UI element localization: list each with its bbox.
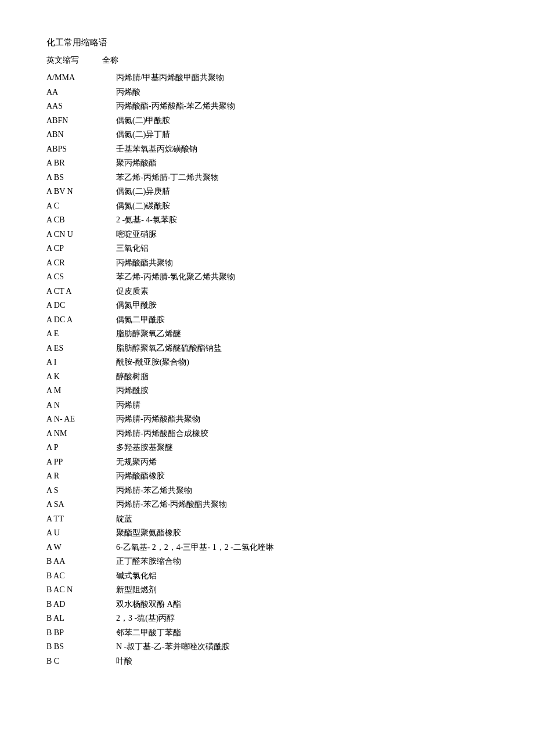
abbr-text: A CS	[46, 270, 116, 285]
abbr-text: A N- AE	[46, 412, 116, 427]
abbr-text: A TT	[46, 512, 116, 527]
abbr-text: A CP	[46, 242, 116, 256]
full-text: 靛蓝	[116, 512, 132, 527]
full-text: 偶氮(二)异丁腈	[116, 128, 170, 142]
full-text: 苯乙烯-丙烯腈-氯化聚乙烯共聚物	[116, 270, 235, 285]
list-item: AAS丙烯酸酯-丙烯酸酯-苯乙烯共聚物	[46, 99, 488, 114]
abbr-text: A SA	[46, 498, 116, 512]
list-item: A R丙烯酸酯橡胶	[46, 469, 488, 484]
full-text: 三氧化铝	[116, 242, 149, 256]
list-item: A I酰胺-酰亚胺(聚合物)	[46, 355, 488, 370]
list-item: A E脂肪醇聚氧乙烯醚	[46, 327, 488, 341]
list-item: ABN偶氮(二)异丁腈	[46, 128, 488, 142]
abbr-text: A M	[46, 384, 116, 398]
list-item: A CT A促皮质素	[46, 285, 488, 299]
list-item: ABFN偶氮(二)甲酰胺	[46, 114, 488, 128]
abbr-text: A P	[46, 441, 116, 455]
full-text: 丙烯酰胺	[116, 384, 149, 398]
list-item: B AL2，3 -巯(基)丙醇	[46, 611, 488, 626]
abbr-text: A N	[46, 398, 116, 413]
list-item: A U聚酯型聚氨酯橡胶	[46, 526, 488, 541]
abbr-text: B AL	[46, 611, 116, 626]
abbr-text: B AA	[46, 555, 116, 569]
full-text: 酰胺-酰亚胺(聚合物)	[116, 355, 189, 370]
full-text: 碱式氯化铝	[116, 569, 157, 584]
full-text: 丙烯酸	[116, 85, 140, 100]
list-item: B AC N新型阻燃剂	[46, 583, 488, 597]
list-item: A/MMA丙烯腈/甲基丙烯酸甲酯共聚物	[46, 71, 488, 85]
full-text: 嘧啶亚硝脲	[116, 228, 157, 242]
full-text: 丙烯腈-苯乙烯-丙烯酸酯共聚物	[116, 498, 227, 512]
full-text: 聚丙烯酸酯	[116, 156, 157, 171]
list-item: B BP邻苯二甲酸丁苯酯	[46, 626, 488, 640]
full-text: 壬基苯氧基丙烷磺酸钠	[116, 142, 197, 157]
full-text: 叶酸	[116, 654, 132, 669]
list-item: A N丙烯腈	[46, 398, 488, 413]
list-item: A P多羟基胺基聚醚	[46, 441, 488, 455]
page-title: 化工常用缩略语	[46, 35, 488, 51]
abbr-text: B AC N	[46, 583, 116, 597]
abbr-text: A BR	[46, 156, 116, 171]
list-item: A NM丙烯腈-丙烯酸酯合成橡胶	[46, 427, 488, 441]
full-text: 多羟基胺基聚醚	[116, 441, 173, 455]
list-item: A CS苯乙烯-丙烯腈-氯化聚乙烯共聚物	[46, 270, 488, 285]
list-item: B C叶酸	[46, 654, 488, 669]
list-item: A CN U嘧啶亚硝脲	[46, 228, 488, 242]
full-text: 2，3 -巯(基)丙醇	[116, 611, 175, 626]
abbr-text: ABN	[46, 128, 116, 142]
list-item: A ES脂肪醇聚氧乙烯醚硫酸酯钠盐	[46, 341, 488, 356]
full-text: 偶氮(二)异庚腈	[116, 185, 170, 199]
abbr-text: A/MMA	[46, 71, 116, 85]
list-item: AA丙烯酸	[46, 85, 488, 100]
full-text: 丙烯腈	[116, 398, 140, 413]
list-item: B AC碱式氯化铝	[46, 569, 488, 584]
abbr-text: B AD	[46, 597, 116, 612]
abbr-text: ABFN	[46, 114, 116, 128]
abbr-text: A DC	[46, 298, 116, 313]
list-item: A CR丙烯酸酯共聚物	[46, 256, 488, 271]
list-item: B AA正丁醛苯胺缩合物	[46, 555, 488, 569]
abbr-text: A R	[46, 469, 116, 484]
full-text: 6-乙氧基- 2，2，4-三甲基- 1，2 -二氢化喹啉	[116, 541, 274, 555]
abbr-text: A I	[46, 355, 116, 370]
list-item: A TT靛蓝	[46, 512, 488, 527]
full-text: 偶氮(二)碳酰胺	[116, 199, 170, 214]
list-item: A DC A偶氮二甲酰胺	[46, 313, 488, 327]
full-text: 2 -氨基- 4-氯苯胺	[116, 213, 177, 228]
full-text: 聚酯型聚氨酯橡胶	[116, 526, 181, 541]
list-item: B AD双水杨酸双酚 A酯	[46, 597, 488, 612]
full-text: 正丁醛苯胺缩合物	[116, 555, 181, 569]
list-item: A PP无规聚丙烯	[46, 455, 488, 470]
abbr-text: A E	[46, 327, 116, 341]
full-text: 丙烯腈-丙烯酸酯共聚物	[116, 412, 200, 427]
abbr-text: B BP	[46, 626, 116, 640]
list-item: A CP三氧化铝	[46, 242, 488, 256]
abbr-text: B AC	[46, 569, 116, 584]
full-text: 偶氮(二)甲酰胺	[116, 114, 170, 128]
header-col2: 全称	[102, 53, 118, 67]
full-text: 苯乙烯-丙烯腈-丁二烯共聚物	[116, 171, 219, 185]
abbr-text: A ES	[46, 341, 116, 356]
full-text: 偶氮甲酰胺	[116, 298, 157, 313]
list-item: A C偶氮(二)碳酰胺	[46, 199, 488, 214]
abbr-text: AA	[46, 85, 116, 100]
header-col1: 英文缩写	[46, 53, 79, 67]
list-item: A SA丙烯腈-苯乙烯-丙烯酸酯共聚物	[46, 498, 488, 512]
abbr-text: A BS	[46, 171, 116, 185]
full-text: 丙烯酸酯共聚物	[116, 256, 173, 271]
full-text: 醇酸树脂	[116, 370, 149, 384]
list-item: A K醇酸树脂	[46, 370, 488, 384]
full-text: 促皮质素	[116, 285, 149, 299]
abbr-text: B BS	[46, 640, 116, 654]
full-text: N -叔丁基-乙-苯并噻唑次磺酰胺	[116, 640, 230, 654]
full-text: 丙烯酸酯-丙烯酸酯-苯乙烯共聚物	[116, 99, 235, 114]
list-item: B BSN -叔丁基-乙-苯并噻唑次磺酰胺	[46, 640, 488, 654]
list-item: A S丙烯腈-苯乙烯共聚物	[46, 484, 488, 498]
list-item: A BR聚丙烯酸酯	[46, 156, 488, 171]
list-item: A W6-乙氧基- 2，2，4-三甲基- 1，2 -二氢化喹啉	[46, 541, 488, 555]
list-item: A M丙烯酰胺	[46, 384, 488, 398]
list-item: A DC偶氮甲酰胺	[46, 298, 488, 313]
full-text: 脂肪醇聚氧乙烯醚	[116, 327, 181, 341]
abbr-text: A S	[46, 484, 116, 498]
abbr-text: ABPS	[46, 142, 116, 157]
